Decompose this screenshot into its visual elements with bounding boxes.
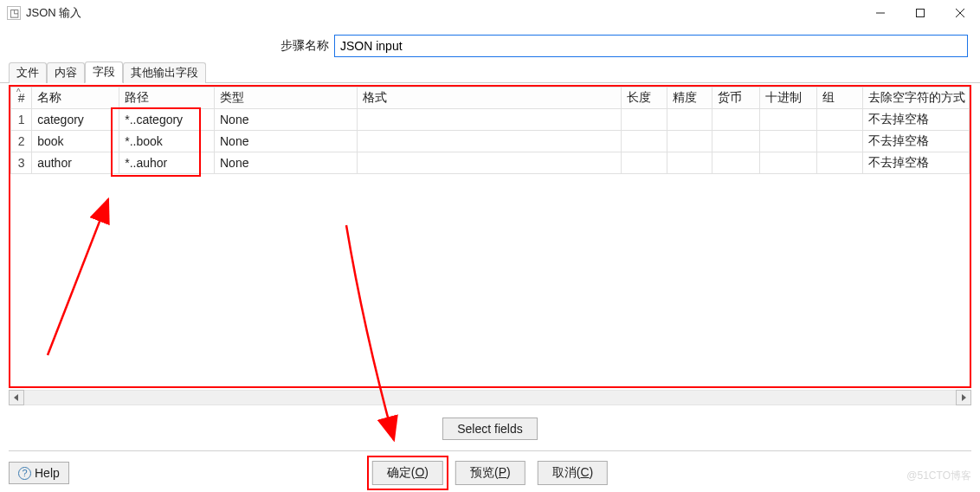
tab-fields[interactable]: 字段	[85, 62, 123, 83]
cell-type[interactable]: None	[215, 152, 358, 174]
cell-decimal[interactable]	[760, 152, 817, 174]
cell-currency[interactable]	[712, 152, 760, 174]
col-header-type[interactable]: 类型	[215, 87, 358, 109]
dialog-buttons: 确定(O) 预览(P) 取消(C)	[372, 461, 608, 485]
app-icon: ◳	[7, 6, 21, 20]
step-name-row: 步骤名称	[0, 26, 980, 62]
cell-precision[interactable]	[667, 152, 712, 174]
help-button[interactable]: ? Help	[9, 462, 69, 484]
cell-path[interactable]: *..book	[119, 131, 215, 152]
cell-index: 1	[11, 109, 32, 131]
scroll-left-button[interactable]	[9, 390, 24, 405]
cell-decimal[interactable]	[760, 109, 817, 131]
cell-currency[interactable]	[712, 109, 760, 131]
close-button[interactable]	[940, 0, 980, 26]
tab-content[interactable]: 内容	[47, 62, 85, 83]
cell-name[interactable]: author	[32, 152, 119, 174]
cell-format[interactable]	[357, 109, 621, 131]
table-header-row: ^# 名称 路径 类型 格式 长度 精度 货币 十进制 组 去除空字符的方式	[11, 87, 970, 109]
cell-group[interactable]	[817, 131, 863, 152]
cell-trim[interactable]: 不去掉空格	[862, 152, 969, 174]
cell-decimal[interactable]	[760, 131, 817, 152]
col-header-path[interactable]: 路径	[119, 87, 215, 109]
cell-group[interactable]	[817, 109, 863, 131]
help-label: Help	[35, 466, 60, 480]
col-header-length[interactable]: 长度	[622, 87, 667, 109]
scroll-track[interactable]	[24, 390, 956, 405]
horizontal-scrollbar[interactable]	[9, 390, 971, 405]
step-name-label: 步骤名称	[280, 38, 334, 54]
cell-path[interactable]: *..category	[119, 109, 215, 131]
help-icon: ?	[18, 467, 31, 480]
cell-length[interactable]	[622, 131, 667, 152]
col-header-precision[interactable]: 精度	[667, 87, 712, 109]
cell-length[interactable]	[622, 109, 667, 131]
cell-type[interactable]: None	[215, 109, 358, 131]
cell-type[interactable]: None	[215, 131, 358, 152]
cell-currency[interactable]	[712, 131, 760, 152]
cell-trim[interactable]: 不去掉空格	[862, 109, 969, 131]
col-header-index[interactable]: ^#	[11, 87, 32, 109]
cell-precision[interactable]	[667, 109, 712, 131]
cancel-button[interactable]: 取消(C)	[538, 461, 608, 485]
col-header-name[interactable]: 名称	[32, 87, 119, 109]
tab-file[interactable]: 文件	[9, 62, 47, 83]
tab-other-output[interactable]: 其他输出字段	[123, 62, 206, 83]
cell-precision[interactable]	[667, 131, 712, 152]
step-name-input[interactable]	[334, 35, 968, 57]
cell-index: 3	[11, 152, 32, 174]
col-header-decimal[interactable]: 十进制	[760, 87, 817, 109]
table-row[interactable]: 3 author *..auhor None 不去掉空格	[11, 152, 970, 174]
cell-length[interactable]	[622, 152, 667, 174]
svg-marker-4	[14, 394, 18, 401]
cell-name[interactable]: book	[32, 131, 119, 152]
window-controls	[861, 0, 980, 26]
cell-format[interactable]	[357, 152, 621, 174]
col-header-group[interactable]: 组	[817, 87, 863, 109]
maximize-button[interactable]	[900, 0, 940, 26]
fields-table-wrap: ^# 名称 路径 类型 格式 长度 精度 货币 十进制 组 去除空字符的方式 1…	[9, 85, 971, 388]
select-fields-button[interactable]: Select fields	[442, 418, 537, 440]
col-header-currency[interactable]: 货币	[712, 87, 760, 109]
cell-path[interactable]: *..auhor	[119, 152, 215, 174]
window-title: JSON 输入	[26, 5, 81, 21]
scroll-right-button[interactable]	[956, 390, 971, 405]
col-header-format[interactable]: 格式	[357, 87, 621, 109]
svg-rect-1	[917, 10, 925, 17]
col-header-trim[interactable]: 去除空字符的方式	[862, 87, 969, 109]
cell-group[interactable]	[817, 152, 863, 174]
cell-format[interactable]	[357, 131, 621, 152]
title-bar: ◳ JSON 输入	[0, 0, 980, 26]
watermark: @51CTO博客	[906, 469, 971, 483]
cell-trim[interactable]: 不去掉空格	[862, 131, 969, 152]
preview-button[interactable]: 预览(P)	[455, 461, 525, 485]
fields-table[interactable]: ^# 名称 路径 类型 格式 长度 精度 货币 十进制 组 去除空字符的方式 1…	[10, 87, 970, 174]
ok-button[interactable]: 确定(O)	[372, 461, 443, 485]
table-row[interactable]: 2 book *..book None 不去掉空格	[11, 131, 970, 152]
bottom-bar: ? Help 确定(O) 预览(P) 取消(C)	[0, 454, 980, 492]
tabs: 文件 内容 字段 其他输出字段	[0, 62, 980, 83]
minimize-button[interactable]	[861, 0, 900, 26]
cell-index: 2	[11, 131, 32, 152]
separator	[9, 450, 971, 451]
sort-indicator-icon: ^	[16, 87, 21, 97]
select-fields-row: Select fields	[0, 418, 980, 440]
table-row[interactable]: 1 category *..category None 不去掉空格	[11, 109, 970, 131]
svg-marker-5	[962, 394, 966, 401]
cell-name[interactable]: category	[32, 109, 119, 131]
